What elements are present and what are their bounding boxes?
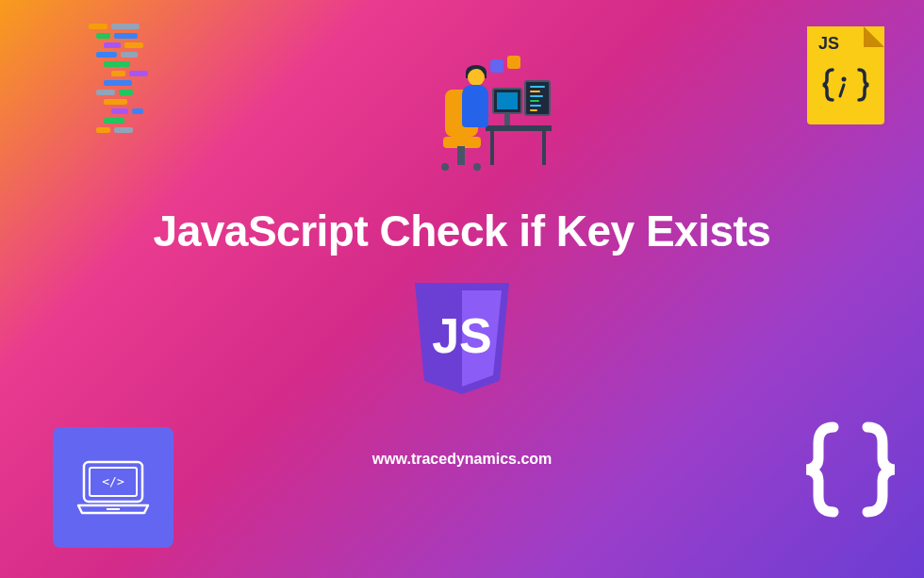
js-shield-logo: JS (405, 275, 519, 398)
developer-illustration (434, 52, 566, 184)
page-title: JavaScript Check if Key Exists (0, 206, 924, 256)
js-file-label: JS (818, 34, 839, 54)
laptop-card-icon: </> (53, 427, 173, 548)
code-snippet-decoration (89, 24, 211, 146)
svg-text:</>: </> (102, 474, 124, 488)
js-file-icon: JS (807, 26, 884, 124)
svg-text:JS: JS (432, 308, 492, 363)
curly-braces-icon (794, 413, 907, 526)
svg-point-0 (842, 77, 847, 82)
js-file-braces (807, 66, 884, 111)
